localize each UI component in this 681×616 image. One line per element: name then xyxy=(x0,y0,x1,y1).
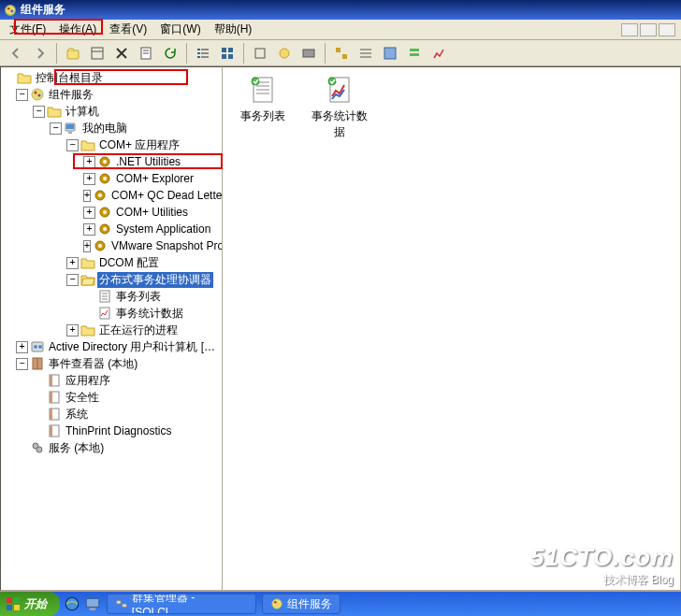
ie-icon[interactable] xyxy=(64,595,80,612)
menu-file[interactable]: 文件(F) xyxy=(4,20,51,39)
computer-icon xyxy=(64,121,79,136)
titlebar: 组件服务 xyxy=(0,0,681,20)
svg-rect-83 xyxy=(117,601,121,604)
tool-button-5[interactable] xyxy=(355,43,376,64)
tree-txn-list[interactable]: 事务列表 xyxy=(3,288,220,305)
collapse-icon[interactable]: − xyxy=(66,274,79,286)
item-txn-list[interactable]: 事务列表 xyxy=(230,75,296,140)
menu-window[interactable]: 窗口(W) xyxy=(154,20,206,39)
list-view-button[interactable] xyxy=(193,43,213,64)
svg-rect-52 xyxy=(100,308,109,319)
gear-icon xyxy=(97,154,112,169)
item-txn-stats[interactable]: 事务统计数据 xyxy=(307,75,372,140)
expand-icon[interactable]: + xyxy=(66,324,79,337)
task-component-services[interactable]: 组件服务 xyxy=(262,594,340,614)
tool-button-6[interactable] xyxy=(380,43,400,64)
expand-icon[interactable]: + xyxy=(83,173,95,185)
tree-dcom[interactable]: +DCOM 配置 xyxy=(3,254,220,271)
svg-rect-3 xyxy=(67,50,79,59)
collapse-icon[interactable]: − xyxy=(33,106,45,118)
views-button[interactable] xyxy=(87,43,108,64)
tool-button-7[interactable] xyxy=(404,43,425,64)
tool-button-8[interactable] xyxy=(428,43,449,64)
windows-icon xyxy=(6,596,21,611)
tree-my-computer[interactable]: −我的电脑 xyxy=(3,120,220,136)
tree-services[interactable]: 服务 (本地) xyxy=(3,439,220,456)
expand-icon[interactable]: + xyxy=(83,223,95,236)
gear-icon xyxy=(93,238,108,253)
tree-net-util[interactable]: +.NET Utilities xyxy=(3,153,220,170)
svg-point-54 xyxy=(34,345,37,349)
tree-computers[interactable]: −计算机 xyxy=(3,103,220,120)
svg-point-67 xyxy=(36,447,42,452)
forward-button[interactable] xyxy=(30,43,51,64)
svg-point-55 xyxy=(38,345,42,349)
menu-action[interactable]: 操作(A) xyxy=(53,20,102,39)
tool-button-4[interactable] xyxy=(331,43,352,64)
tree-com-qc[interactable]: +COM+ QC Dead Letter xyxy=(3,187,220,204)
collapse-icon[interactable]: − xyxy=(66,139,79,151)
expand-icon[interactable]: + xyxy=(83,190,91,202)
detail-view-button[interactable] xyxy=(217,43,238,64)
tree-com-explorer[interactable]: +COM+ Explorer xyxy=(3,170,220,187)
tree-ev-sec[interactable]: 安全性 xyxy=(3,389,220,406)
tree-com-apps[interactable]: −COM+ 应用程序 xyxy=(3,136,220,153)
tree-sys-app[interactable]: +System Application xyxy=(3,221,220,237)
expand-icon[interactable]: + xyxy=(83,207,95,219)
log-icon xyxy=(47,373,62,388)
collapse-icon[interactable]: − xyxy=(16,89,28,101)
watermark: 51CTO.com 技术博客 Blog xyxy=(530,543,674,588)
svg-point-80 xyxy=(65,597,79,610)
tool-button-1[interactable] xyxy=(250,43,270,64)
svg-point-47 xyxy=(98,244,102,248)
delete-button[interactable] xyxy=(111,43,132,64)
up-button[interactable] xyxy=(63,43,83,64)
tree-txn-stats[interactable]: 事务统计数据 xyxy=(3,305,220,322)
svg-rect-12 xyxy=(201,49,209,50)
menu-view[interactable]: 查看(V) xyxy=(104,20,152,39)
content-pane[interactable]: 事务列表 事务统计数据 xyxy=(223,66,681,591)
back-button[interactable] xyxy=(6,43,26,64)
folder-icon xyxy=(47,104,62,119)
tree-event-viewer[interactable]: −事件查看器 (本地) xyxy=(3,355,220,372)
tree-dtc[interactable]: −分布式事务处理协调器 xyxy=(3,271,220,288)
tree-comp-services[interactable]: −组件服务 xyxy=(3,86,220,103)
collapse-icon[interactable]: − xyxy=(50,122,62,135)
svg-point-0 xyxy=(6,5,16,15)
tree-running[interactable]: +正在运行的进程 xyxy=(3,322,220,338)
svg-rect-15 xyxy=(222,48,226,52)
expand-icon[interactable]: + xyxy=(83,156,95,168)
menu-help[interactable]: 帮助(H) xyxy=(209,20,258,39)
tree-vmware[interactable]: +VMware Snapshot Pro xyxy=(3,237,220,254)
folder-icon xyxy=(17,70,32,85)
chart-icon xyxy=(97,306,112,321)
svg-rect-18 xyxy=(228,54,233,59)
tree-ev-sys[interactable]: 系统 xyxy=(3,406,220,423)
start-button[interactable]: 开始 xyxy=(0,592,60,616)
svg-point-43 xyxy=(103,210,107,214)
log-icon xyxy=(47,407,62,422)
tree-pane[interactable]: 控制台根目录 −组件服务 −计算机 −我的电脑 −COM+ 应用程序 +.NET… xyxy=(0,66,223,591)
desktop-icon[interactable] xyxy=(84,595,101,612)
tool-button-2[interactable] xyxy=(274,43,295,64)
tree-ad[interactable]: +Active Directory 用户和计算机 [… xyxy=(3,338,220,355)
svg-point-85 xyxy=(272,599,283,609)
svg-rect-4 xyxy=(92,48,103,59)
list-large-icon xyxy=(248,75,278,105)
properties-button[interactable] xyxy=(136,43,156,64)
collapse-icon[interactable]: − xyxy=(16,358,28,370)
expand-icon[interactable]: + xyxy=(16,341,28,353)
svg-rect-34 xyxy=(66,124,74,129)
tree-com-util[interactable]: +COM+ Utilities xyxy=(3,204,220,221)
svg-rect-21 xyxy=(303,50,314,57)
tool-button-3[interactable] xyxy=(298,43,319,64)
tree-root[interactable]: 控制台根目录 xyxy=(3,69,220,86)
tree-ev-app[interactable]: 应用程序 xyxy=(3,372,220,389)
refresh-button[interactable] xyxy=(160,43,181,64)
mdi-buttons[interactable] xyxy=(621,23,675,36)
folder-icon xyxy=(80,322,95,337)
task-cluster-manager[interactable]: 群集管理器 - [SQLCL… xyxy=(107,594,256,614)
tree-ev-thin[interactable]: ThinPrint Diagnostics xyxy=(3,423,220,439)
expand-icon[interactable]: + xyxy=(66,257,79,269)
expand-icon[interactable]: + xyxy=(83,240,91,252)
